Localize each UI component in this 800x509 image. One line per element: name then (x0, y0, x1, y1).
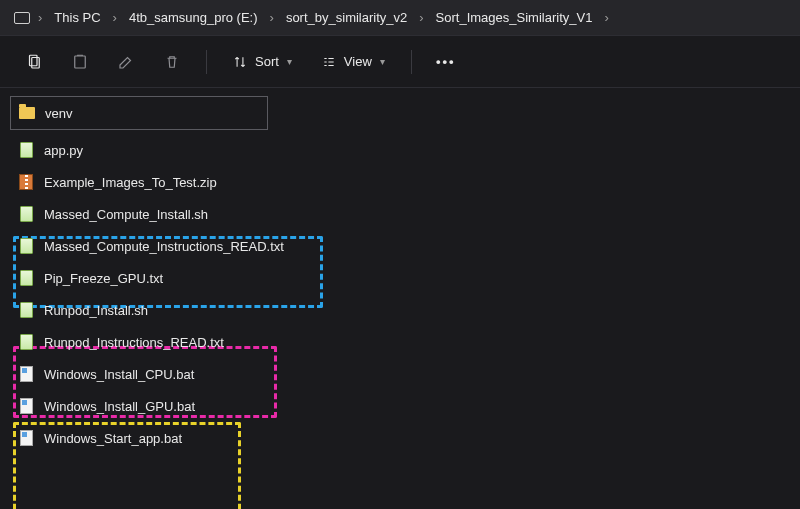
delete-button[interactable] (154, 44, 190, 80)
separator (206, 50, 207, 74)
cut-button[interactable] (16, 44, 52, 80)
toolbar: Sort ▾ View ▾ ••• (0, 36, 800, 88)
breadcrumb-seg-2[interactable]: sort_by_similarity_v2 (278, 6, 415, 29)
batch-file-icon (18, 398, 34, 414)
copy-button[interactable] (62, 44, 98, 80)
file-name: Massed_Compute_Instructions_READ.txt (44, 239, 284, 254)
chevron-right-icon[interactable]: › (36, 10, 44, 25)
text-file-icon (18, 302, 34, 318)
file-name: venv (45, 106, 72, 121)
file-name: Pip_Freeze_GPU.txt (44, 271, 163, 286)
view-button[interactable]: View ▾ (312, 48, 395, 75)
breadcrumb-seg-3[interactable]: Sort_Images_Similarity_V1 (428, 6, 601, 29)
file-item[interactable]: app.py (10, 134, 790, 166)
file-name: Example_Images_To_Test.zip (44, 175, 217, 190)
batch-file-icon (18, 430, 34, 446)
chevron-down-icon: ▾ (380, 56, 385, 67)
separator (411, 50, 412, 74)
folder-item[interactable]: venv (10, 96, 268, 130)
file-item[interactable]: Windows_Start_app.bat (10, 422, 790, 454)
file-item[interactable]: Runpod_Instructions_READ.txt (10, 326, 790, 358)
file-item[interactable]: Runpod_Install.sh (10, 294, 790, 326)
file-item[interactable]: Massed_Compute_Instructions_READ.txt (10, 230, 790, 262)
file-item[interactable]: Pip_Freeze_GPU.txt (10, 262, 790, 294)
text-file-icon (18, 238, 34, 254)
folder-icon (19, 105, 35, 121)
view-icon (322, 55, 336, 69)
text-file-icon (18, 334, 34, 350)
archive-icon (18, 174, 34, 190)
file-item[interactable]: Windows_Install_GPU.bat (10, 390, 790, 422)
breadcrumb-seg-1[interactable]: 4tb_samsung_pro (E:) (121, 6, 266, 29)
file-name: Runpod_Instructions_READ.txt (44, 335, 224, 350)
monitor-icon (14, 12, 30, 24)
text-file-icon (18, 206, 34, 222)
chevron-right-icon[interactable]: › (417, 10, 425, 25)
file-item[interactable]: Massed_Compute_Install.sh (10, 198, 790, 230)
sort-icon (233, 55, 247, 69)
file-name: Windows_Install_CPU.bat (44, 367, 194, 382)
sort-button[interactable]: Sort ▾ (223, 48, 302, 75)
chevron-down-icon: ▾ (287, 56, 292, 67)
file-item[interactable]: Windows_Install_CPU.bat (10, 358, 790, 390)
file-name: Windows_Install_GPU.bat (44, 399, 195, 414)
batch-file-icon (18, 366, 34, 382)
chevron-right-icon[interactable]: › (111, 10, 119, 25)
text-file-icon (18, 270, 34, 286)
svg-rect-2 (75, 56, 86, 68)
breadcrumb: › This PC › 4tb_samsung_pro (E:) › sort_… (0, 0, 800, 36)
text-file-icon (18, 142, 34, 158)
chevron-right-icon[interactable]: › (268, 10, 276, 25)
svg-rect-1 (32, 57, 40, 68)
file-name: Windows_Start_app.bat (44, 431, 182, 446)
file-item[interactable]: Example_Images_To_Test.zip (10, 166, 790, 198)
view-label: View (344, 54, 372, 69)
rename-button[interactable] (108, 44, 144, 80)
file-list: venv app.pyExample_Images_To_Test.zipMas… (0, 88, 800, 462)
sort-label: Sort (255, 54, 279, 69)
file-name: Massed_Compute_Install.sh (44, 207, 208, 222)
more-button[interactable]: ••• (428, 44, 464, 80)
chevron-right-icon[interactable]: › (602, 10, 610, 25)
breadcrumb-seg-0[interactable]: This PC (46, 6, 108, 29)
file-name: app.py (44, 143, 83, 158)
svg-rect-0 (30, 55, 38, 66)
file-name: Runpod_Install.sh (44, 303, 148, 318)
